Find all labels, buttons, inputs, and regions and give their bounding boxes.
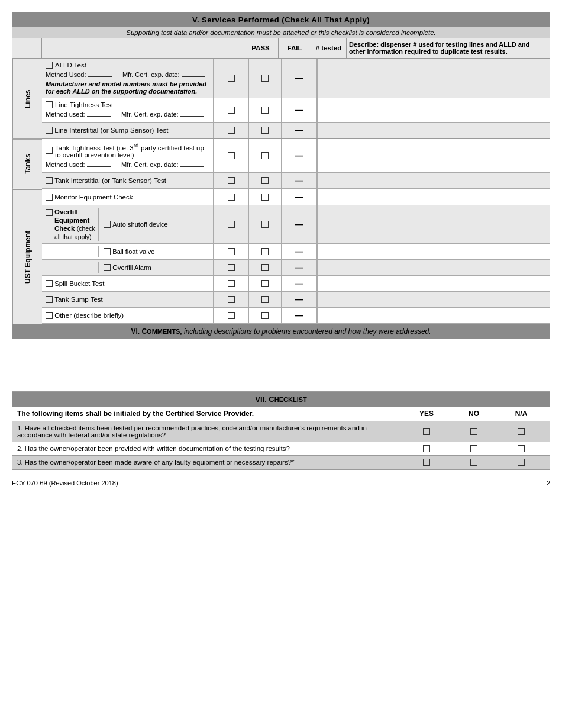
checklist-q3-yes-checkbox[interactable] [423,459,430,466]
line-interstitial-checkbox[interactable] [46,127,53,134]
spill-bucket-fail-checkbox[interactable] [261,280,269,287]
checklist-q2-no [450,445,498,452]
column-headers: PASS FAIL # tested Describe: dispenser #… [12,38,550,59]
tested-header: # tested [311,38,347,58]
other-pass-checkbox[interactable] [228,312,235,319]
ball-float-checkbox[interactable] [104,248,111,255]
monitor-checkbox[interactable] [46,194,53,201]
monitor-label: Monitor Equipment Check [54,194,133,201]
line-tightness-checkbox[interactable] [46,101,53,108]
tank-interstitial-pass-checkbox[interactable] [228,177,235,184]
monitor-tested: — [282,189,317,205]
ball-float-pass-checkbox[interactable] [228,248,235,255]
ball-float-pass [214,244,249,259]
line-interstitial-desc [317,123,550,138]
fail-header: FAIL [279,38,311,58]
auto-shutoff-checkbox[interactable] [104,221,111,228]
line-interstitial-tested: — [282,123,317,138]
line-tightness-pass-checkbox[interactable] [228,107,235,114]
checklist-q3-row: 3. Has the owner/operator been made awar… [12,456,550,469]
auto-shutoff-row: Auto shutoff device [99,208,209,241]
line-tightness-check-row: Line Tightness Test [46,101,113,108]
tank-interstitial-checkbox[interactable] [46,177,53,184]
tank-interstitial-label: Tank Interstitial (or Tank Sensor) Test [54,177,166,184]
auto-shutoff-tested: — [282,205,317,243]
other-fail-checkbox[interactable] [261,312,269,319]
overfill-label: Overfill Equipment Check (check all that… [54,208,96,241]
tank-tightness-check-row: Tank Tightness Test (i.e. 3rd-party cert… [46,142,209,159]
overfill-checkbox[interactable] [46,209,53,216]
overfill-alarm-fail-checkbox[interactable] [261,264,269,271]
section7-title: VII. CHECKLIST [255,395,307,404]
tank-sump-fail-checkbox[interactable] [261,296,269,303]
checklist-q2-na-checkbox[interactable] [518,445,525,452]
tank-tightness-checkbox[interactable] [46,147,53,154]
spill-bucket-label: Spill Bucket Test [54,280,104,287]
monitor-pass-checkbox[interactable] [228,194,235,201]
alld-pass-checkbox[interactable] [228,75,235,82]
tank-sump-checkbox[interactable] [46,296,53,303]
alld-fail-checkbox[interactable] [261,75,269,82]
spill-bucket-pass-checkbox[interactable] [228,280,235,287]
other-label: Other (describe briefly) [54,312,124,319]
tank-tightness-method: Method used: Mfr. Cert. exp. date: [46,160,204,169]
auto-shutoff-label: Auto shutoff device [112,221,167,228]
checklist-q3-no-checkbox[interactable] [470,459,477,466]
line-interstitial-pass-checkbox[interactable] [228,127,235,134]
describe-header: Describe: dispenser # used for testing l… [347,38,550,58]
section6-body [12,339,550,392]
tank-tightness-fail-checkbox[interactable] [261,152,269,159]
checklist-q1-yes-checkbox[interactable] [423,428,430,435]
line-interstitial-fail-checkbox[interactable] [261,127,269,134]
checklist-q2-no-checkbox[interactable] [470,445,477,452]
overfill-alarm-pass [214,260,249,275]
monitor-label-cell: Monitor Equipment Check [42,189,214,205]
line-interstitial-pass [214,123,249,138]
ball-float-tested: — [282,244,317,259]
ball-float-spacer [46,246,99,257]
overfill-auto-row: Overfill Equipment Check (check all that… [42,205,550,244]
tanks-rows: Tank Tightness Test (i.e. 3rd-party cert… [42,139,550,189]
monitor-fail-checkbox[interactable] [261,194,269,201]
lines-rows: ALLD Test Method Used: Mfr. Cert. exp. d… [42,59,550,138]
checklist-subheader-label: The following items shall be initialed b… [17,410,403,418]
other-fail [249,308,282,323]
spill-bucket-checkbox[interactable] [46,280,53,287]
overfill-alarm-checkbox[interactable] [104,264,111,271]
equipment-rows: Monitor Equipment Check — Overfill Equip… [42,189,550,324]
line-tightness-fail-checkbox[interactable] [261,107,269,114]
empty-label-col [42,38,243,58]
checklist-q3-yes [403,459,450,466]
tank-tightness-label-cell: Tank Tightness Test (i.e. 3rd-party cert… [42,139,214,172]
tank-interstitial-label-cell: Tank Interstitial (or Tank Sensor) Test [42,173,214,188]
tank-sump-pass-checkbox[interactable] [228,296,235,303]
other-checkbox[interactable] [46,312,53,319]
checklist-q3-na-checkbox[interactable] [518,459,525,466]
checklist-q2-yes-checkbox[interactable] [423,445,430,452]
other-row: Other (describe briefly) — [42,308,550,324]
footer: ECY 070-69 (Revised October 2018) 2 [12,479,550,487]
tank-interstitial-fail-checkbox[interactable] [261,177,269,184]
checklist-q1-no-checkbox[interactable] [470,428,477,435]
alld-checkbox[interactable] [46,62,53,69]
ball-float-label: Ball float valve [112,248,154,255]
checklist-q1-text: 1. Have all checked items been tested pe… [17,424,403,439]
checklist-q1-na [498,428,545,435]
tank-sump-label-cell: Tank Sump Test [42,292,214,307]
line-tightness-pass [214,98,249,122]
auto-shutoff-fail-checkbox[interactable] [261,221,269,228]
overfill-alarm-pass-checkbox[interactable] [228,264,235,271]
spill-bucket-pass [214,276,249,291]
tank-sump-desc [317,292,550,307]
ball-float-fail-checkbox[interactable] [261,248,269,255]
checklist-subheader: The following items shall be initialed b… [12,407,550,421]
alld-method: Method Used: Mfr. Cert. exp. date: [46,70,205,79]
checklist-q1-na-checkbox[interactable] [518,428,525,435]
auto-shutoff-pass-checkbox[interactable] [228,221,235,228]
tank-sump-tested: — [282,292,317,307]
ball-float-fail [249,244,282,259]
section6-title-italic: including descriptions to problems encou… [184,327,431,336]
tank-tightness-pass-checkbox[interactable] [228,152,235,159]
line-tightness-fail [249,98,282,122]
alld-fail [249,59,282,98]
